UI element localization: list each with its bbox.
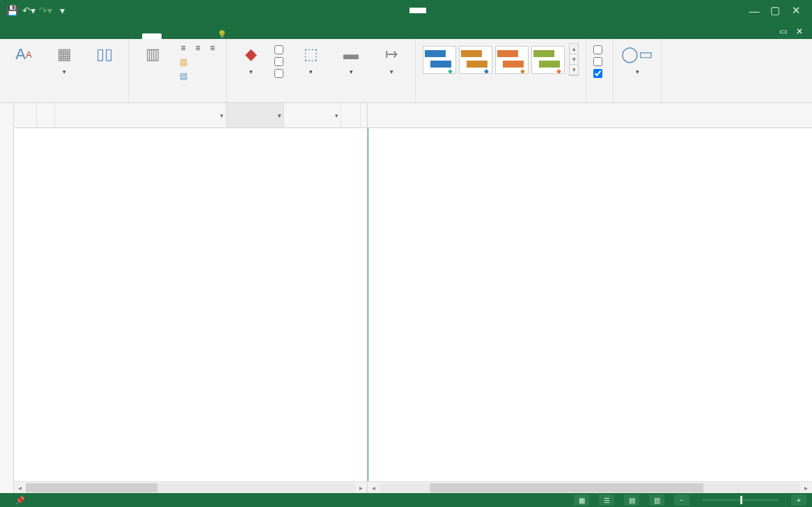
insert-column-button[interactable]: ▥ xyxy=(134,42,171,68)
col-header-id[interactable] xyxy=(14,103,37,127)
status-newtasks[interactable]: 📌 xyxy=(15,496,25,505)
col-header-name[interactable]: ▾ xyxy=(55,103,226,127)
chevron-down-icon[interactable]: ▾ xyxy=(335,112,338,119)
column-settings-button[interactable]: ▥ xyxy=(175,56,221,68)
group-label-ganttstyle xyxy=(421,100,580,101)
project-summary-checkbox[interactable] xyxy=(592,56,607,67)
maximize-icon[interactable]: ▢ xyxy=(766,3,784,18)
view-shortcut-icon[interactable]: ▥ xyxy=(649,494,664,506)
gallery-up-icon[interactable]: ▴ xyxy=(570,44,578,54)
late-tasks-checkbox[interactable] xyxy=(273,68,288,79)
close-icon[interactable]: ✕ xyxy=(787,3,805,18)
redo-icon: ↷▾ xyxy=(38,3,53,18)
view-side-label[interactable] xyxy=(0,103,14,493)
zoom-slider[interactable] xyxy=(702,499,779,501)
task-path-button[interactable]: ⬚ xyxy=(292,42,329,77)
grid-hscroll[interactable]: ◂ ▸ xyxy=(14,481,367,493)
gallery-down-icon[interactable]: ▾ xyxy=(570,54,578,65)
scroll-left-icon[interactable]: ◂ xyxy=(14,484,26,492)
scroll-left-icon[interactable]: ◂ xyxy=(368,484,380,492)
drawing-button[interactable]: ◯▭ xyxy=(619,42,655,77)
group-label-showhide xyxy=(592,100,607,101)
save-icon[interactable]: 💾 xyxy=(4,3,19,18)
gridlines-button[interactable]: ▦ xyxy=(46,42,82,77)
zoom-in-icon[interactable]: + xyxy=(791,494,806,506)
tab-resource[interactable] xyxy=(43,33,63,39)
chart-hscroll[interactable]: ◂ ▸ xyxy=(368,481,812,493)
title-bar: 💾 ↶▾ ↷▾ ▾ — ▢ ✕ xyxy=(0,0,812,21)
grid-header: ▾ ▾ ▾ xyxy=(14,103,367,128)
signin-link[interactable] xyxy=(760,33,774,39)
task-grid: ▾ ▾ ▾ ◂ ▸ xyxy=(14,103,368,493)
ribbon-tabs: ▭ ✕ xyxy=(0,21,812,39)
zoom-out-icon[interactable]: − xyxy=(674,494,689,506)
group-label-columns xyxy=(134,100,221,101)
critical-tasks-checkbox[interactable] xyxy=(273,45,288,55)
view-shortcut-icon[interactable]: ▦ xyxy=(574,494,589,506)
style-swatch[interactable] xyxy=(495,46,529,74)
style-swatch[interactable] xyxy=(423,46,456,74)
chevron-down-icon[interactable]: ▾ xyxy=(278,112,281,119)
window-close-icon[interactable]: ✕ xyxy=(791,24,808,39)
text-styles-button[interactable]: AA xyxy=(6,42,42,68)
tab-format[interactable] xyxy=(142,33,162,39)
custom-fields-button[interactable]: ▤ xyxy=(175,70,221,82)
slack-checkbox[interactable] xyxy=(273,56,288,67)
tab-report[interactable] xyxy=(63,33,82,39)
format-bar-button[interactable]: ◆ xyxy=(233,42,269,77)
chevron-down-icon[interactable]: ▾ xyxy=(220,112,224,119)
layout-button[interactable]: ▯▯ xyxy=(86,42,123,68)
col-header-start[interactable]: ▾ xyxy=(226,103,284,127)
qat-customize-icon[interactable]: ▾ xyxy=(54,3,70,18)
align-left-button[interactable]: ≡≡≡ xyxy=(175,42,221,54)
group-label-format xyxy=(6,100,123,101)
tab-view[interactable] xyxy=(102,33,121,39)
gantt-chart[interactable]: ◂ ▸ xyxy=(368,103,812,493)
ribbon: AA ▦ ▯▯ ▥ ≡≡≡ ▥ ▤ ◆ ⬚ ▬ ↦ xyxy=(0,39,812,103)
tab-task[interactable] xyxy=(24,33,43,39)
col-header-finish[interactable]: ▾ xyxy=(284,103,341,127)
tellme-search[interactable] xyxy=(217,30,227,39)
tab-file[interactable] xyxy=(4,33,24,39)
ribbon-display-options-icon[interactable]: ▭ xyxy=(774,24,791,39)
undo-icon[interactable]: ↶▾ xyxy=(21,3,36,18)
col-header-mode[interactable] xyxy=(37,103,55,127)
scroll-right-icon[interactable]: ▸ xyxy=(355,484,367,492)
scroll-right-icon[interactable]: ▸ xyxy=(800,484,812,492)
outline-number-checkbox[interactable] xyxy=(592,45,607,55)
status-bar: 📌 ▦ ☰ ▤ ▥ − + xyxy=(0,493,812,507)
slippage-button[interactable]: ↦ xyxy=(373,42,409,77)
gallery-more-icon[interactable]: ▾ xyxy=(570,65,578,75)
style-swatch[interactable] xyxy=(531,46,565,74)
tab-project[interactable] xyxy=(82,33,102,39)
group-label-drawings xyxy=(619,100,655,101)
gantt-style-gallery[interactable]: ▴▾▾ xyxy=(421,42,580,77)
view-shortcut-icon[interactable]: ▤ xyxy=(624,494,639,506)
minimize-icon[interactable]: — xyxy=(745,3,763,18)
col-header-pred[interactable] xyxy=(341,103,361,127)
summary-tasks-checkbox[interactable] xyxy=(592,68,607,79)
baseline-button[interactable]: ▬ xyxy=(333,42,369,77)
view-shortcut-icon[interactable]: ☰ xyxy=(599,494,614,506)
style-swatch[interactable] xyxy=(459,46,492,74)
contextual-tab-label xyxy=(409,8,426,13)
group-label-barstyles xyxy=(233,100,409,101)
